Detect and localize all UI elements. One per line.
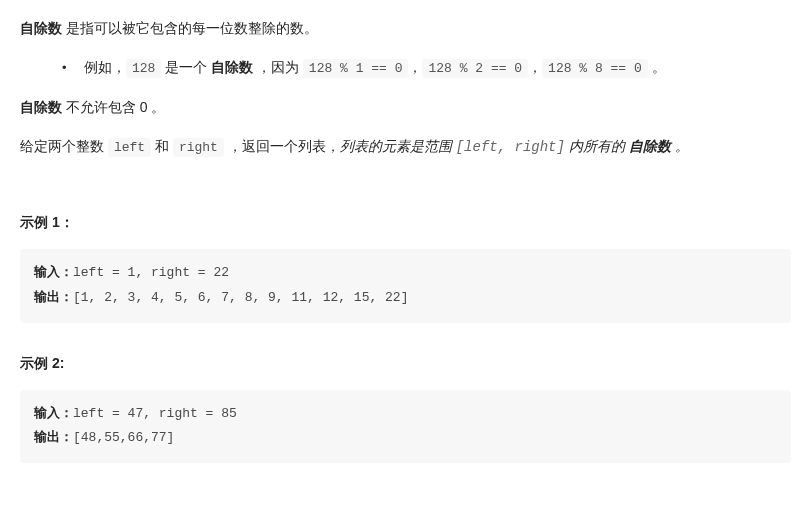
definition-paragraph: 自除数 是指可以被它包含的每一位数整除的数。 (20, 16, 791, 41)
output-label: 输出： (34, 290, 73, 305)
code-right: right (173, 138, 224, 157)
input-label: 输入： (34, 265, 73, 280)
code-range: [left, right] (456, 139, 565, 155)
task-em3: 。 (671, 138, 689, 154)
task-t1: 给定两个整数 (20, 138, 108, 154)
task-paragraph: 给定两个整数 left 和 right ，返回一个列表，列表的元素是范围 [le… (20, 134, 791, 160)
code-left: left (108, 138, 151, 157)
definition-text: 是指可以被它包含的每一位数整除的数。 (62, 20, 318, 36)
rule-paragraph: 自除数 不允许包含 0 。 (20, 95, 791, 120)
bullet-sep: ，因为 (253, 59, 303, 75)
rule-text: 不允许包含 0 。 (62, 99, 165, 115)
task-t2: 和 (151, 138, 173, 154)
term-self-dividing: 自除数 (20, 20, 62, 36)
output-text: [1, 2, 3, 4, 5, 6, 7, 8, 9, 11, 12, 15, … (73, 290, 408, 305)
output-text: [48,55,66,77] (73, 430, 174, 445)
code-128: 128 (126, 59, 161, 78)
comma2: ， (528, 59, 542, 75)
task-em2: 内所有的 (565, 138, 629, 154)
example-1-heading: 示例 1： (20, 210, 791, 235)
rule-term: 自除数 (20, 99, 62, 115)
task-emphasis: 列表的元素是范围 [left, right] 内所有的 自除数 。 (340, 138, 689, 154)
code-mod1: 128 % 1 == 0 (303, 59, 409, 78)
example-2-heading: 示例 2: (20, 351, 791, 376)
task-t3: ，返回一个列表， (224, 138, 340, 154)
input-label: 输入： (34, 406, 73, 421)
output-label: 输出： (34, 430, 73, 445)
example-bullet-list: 例如，128 是一个 自除数 ，因为 128 % 1 == 0，128 % 2 … (20, 55, 791, 80)
bullet-period: 。 (648, 59, 666, 75)
code-mod2: 128 % 2 == 0 (422, 59, 528, 78)
input-text: left = 47, right = 85 (73, 406, 237, 421)
example-1-block: 输入：left = 1, right = 22 输出：[1, 2, 3, 4, … (20, 249, 791, 322)
comma1: ， (408, 59, 422, 75)
code-mod8: 128 % 8 == 0 (542, 59, 648, 78)
input-text: left = 1, right = 22 (73, 265, 229, 280)
bullet-bold: 自除数 (211, 59, 253, 75)
task-em1: 列表的元素是范围 (340, 138, 456, 154)
bullet-prefix: 例如， (84, 59, 126, 75)
example-2-block: 输入：left = 47, right = 85 输出：[48,55,66,77… (20, 390, 791, 463)
list-item: 例如，128 是一个 自除数 ，因为 128 % 1 == 0，128 % 2 … (80, 55, 791, 80)
bullet-mid: 是一个 (161, 59, 211, 75)
task-bold: 自除数 (629, 138, 671, 154)
